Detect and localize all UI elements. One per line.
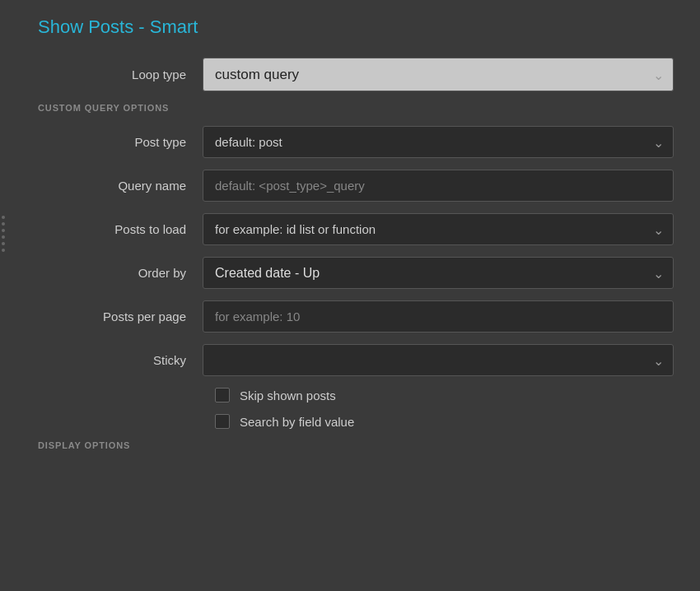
- posts-per-page-input[interactable]: [203, 300, 674, 333]
- sticky-control: Yes No ⌄: [203, 344, 674, 376]
- posts-per-page-row: Posts per page: [38, 300, 674, 333]
- skip-shown-posts-row: Skip shown posts: [38, 388, 674, 403]
- skip-shown-posts-checkbox[interactable]: [215, 388, 230, 403]
- post-type-select-wrapper: default: post page custom ⌄: [203, 126, 674, 158]
- sticky-select-wrapper: Yes No ⌄: [203, 344, 674, 376]
- loop-type-control: custom query main query related posts ⌄: [203, 58, 674, 91]
- order-by-control: Created date - Up Created date - Down Ti…: [203, 257, 674, 289]
- post-type-select[interactable]: default: post page custom: [203, 126, 674, 158]
- custom-query-header: CUSTOM QUERY OPTIONS: [38, 103, 674, 113]
- skip-shown-posts-label[interactable]: Skip shown posts: [240, 389, 336, 403]
- panel-title: Show Posts - Smart: [38, 16, 674, 38]
- posts-per-page-label: Posts per page: [38, 309, 203, 323]
- order-by-select-wrapper: Created date - Up Created date - Down Ti…: [203, 257, 674, 289]
- query-name-control: [203, 170, 674, 202]
- loop-type-select-wrapper: custom query main query related posts ⌄: [203, 58, 674, 91]
- posts-to-load-select[interactable]: for example: id list or function: [203, 213, 674, 245]
- loop-type-select[interactable]: custom query main query related posts: [203, 58, 674, 91]
- drag-handle[interactable]: [2, 209, 5, 258]
- order-by-row: Order by Created date - Up Created date …: [38, 257, 674, 289]
- search-by-field-value-label[interactable]: Search by field value: [240, 415, 354, 429]
- loop-type-label: Loop type: [38, 67, 203, 81]
- post-type-control: default: post page custom ⌄: [203, 126, 674, 158]
- posts-to-load-control: for example: id list or function ⌄: [203, 213, 674, 245]
- query-name-input[interactable]: [203, 170, 674, 202]
- display-options-header: DISPLAY OPTIONS: [38, 440, 674, 450]
- search-by-field-value-row: Search by field value: [38, 414, 674, 429]
- posts-per-page-control: [203, 300, 674, 333]
- post-type-label: Post type: [38, 135, 203, 149]
- search-by-field-value-checkbox[interactable]: [215, 414, 230, 429]
- query-name-label: Query name: [38, 179, 203, 193]
- posts-to-load-label: Posts to load: [38, 222, 203, 236]
- post-type-row: Post type default: post page custom ⌄: [38, 126, 674, 158]
- order-by-select[interactable]: Created date - Up Created date - Down Ti…: [203, 257, 674, 289]
- sticky-label: Sticky: [38, 353, 203, 367]
- loop-type-row: Loop type custom query main query relate…: [38, 58, 674, 91]
- sticky-row: Sticky Yes No ⌄: [38, 344, 674, 376]
- posts-to-load-select-wrapper: for example: id list or function ⌄: [203, 213, 674, 245]
- sticky-select[interactable]: Yes No: [203, 344, 674, 376]
- query-name-row: Query name: [38, 170, 674, 202]
- posts-to-load-row: Posts to load for example: id list or fu…: [38, 213, 674, 245]
- order-by-label: Order by: [38, 266, 203, 280]
